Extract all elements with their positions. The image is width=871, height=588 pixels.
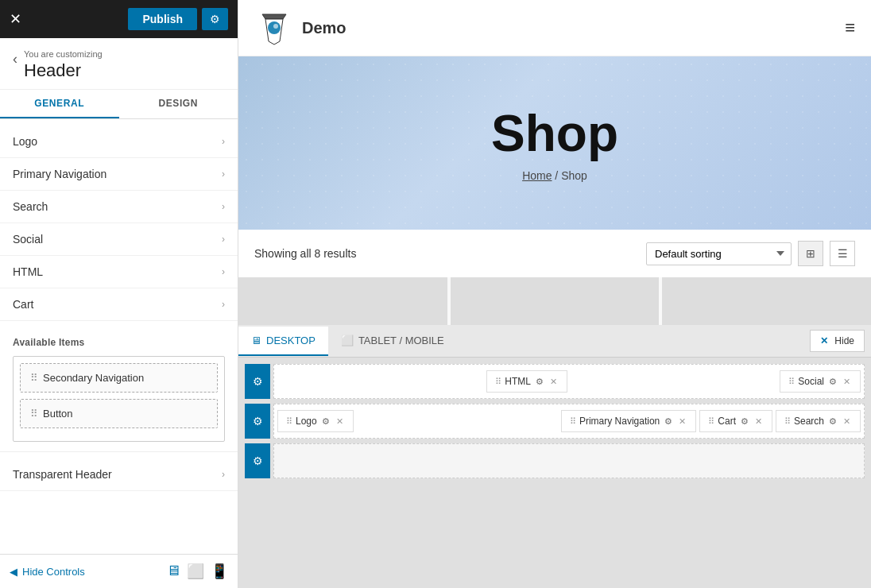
- panel-header: ‹ You are customizing Header: [0, 38, 238, 90]
- chevron-right-icon: ›: [222, 201, 225, 212]
- draggable-button[interactable]: ⠿ Button: [20, 399, 218, 428]
- product-thumb: [662, 277, 871, 325]
- shop-results: Showing all 8 results: [254, 247, 356, 260]
- widget-logo: ⠿ Logo ⚙ ✕: [277, 410, 354, 432]
- shop-controls: Default sorting Sort by popularity Sort …: [646, 241, 855, 266]
- menu-item-search[interactable]: Search ›: [0, 191, 238, 223]
- view-list-button[interactable]: ☰: [830, 241, 855, 266]
- drag-handle-icon: ⠿: [788, 377, 795, 387]
- mobile-icon[interactable]: 📱: [211, 563, 228, 580]
- widget-logo-close-button[interactable]: ✕: [335, 416, 345, 427]
- widget-html-close-button[interactable]: ✕: [548, 377, 559, 387]
- row-settings-3[interactable]: ⚙: [245, 443, 270, 478]
- builder-tab-group: 🖥 DESKTOP ⬜ TABLET / MOBILE: [238, 327, 457, 356]
- widget-primary-nav-close-button[interactable]: ✕: [677, 416, 687, 427]
- top-bar: ✕ Publish ⚙: [0, 0, 238, 38]
- settings-gear-button[interactable]: ⚙: [202, 8, 228, 30]
- drag-handle-icon: ⠿: [570, 416, 576, 427]
- product-thumb: [451, 277, 660, 325]
- desktop-icon[interactable]: 🖥: [166, 563, 180, 580]
- available-items-container: ⠿ Secondary Navigation ⠿ Button: [13, 356, 225, 442]
- back-button[interactable]: ‹: [13, 51, 17, 68]
- builder-rows: ⚙ ⠿ HTML ⚙ ✕ ⠿ Social ⚙ ✕: [238, 358, 871, 485]
- widget-primary-nav-gear-button[interactable]: ⚙: [663, 416, 674, 427]
- chevron-right-icon: ›: [222, 299, 225, 310]
- panel-tabs: GENERAL DESIGN: [0, 90, 238, 119]
- preview-hero: Shop Home / Shop: [238, 56, 871, 230]
- tab-tablet-mobile[interactable]: ⬜ TABLET / MOBILE: [328, 327, 457, 356]
- widget-logo-gear-button[interactable]: ⚙: [320, 416, 331, 427]
- right-panel: Demo ≡ Shop Home / Shop Showing all 8 re…: [238, 0, 871, 588]
- breadcrumb-home-link[interactable]: Home: [522, 169, 552, 182]
- widget-search-close-button[interactable]: ✕: [842, 416, 852, 427]
- tab-desktop[interactable]: 🖥 DESKTOP: [238, 327, 328, 356]
- close-button[interactable]: ✕: [10, 10, 21, 28]
- chevron-right-icon: ›: [222, 136, 225, 147]
- widget-cart-label: Cart: [718, 416, 736, 427]
- preview-site-header: Demo ≡: [238, 0, 871, 56]
- widget-social-close-button[interactable]: ✕: [842, 377, 852, 387]
- device-icons: 🖥 ⬜ 📱: [166, 563, 228, 580]
- site-logo: [254, 8, 294, 48]
- drag-handle-icon: ⠿: [30, 372, 38, 384]
- menu-item-primary-nav[interactable]: Primary Navigation ›: [0, 158, 238, 191]
- menu-item-social[interactable]: Social ›: [0, 223, 238, 256]
- widget-social-label: Social: [798, 376, 824, 387]
- menu-item-transparent-header[interactable]: Transparent Header ›: [0, 458, 238, 491]
- publish-area: Publish ⚙: [128, 8, 228, 30]
- widget-primary-nav: ⠿ Primary Navigation ⚙ ✕: [561, 410, 696, 432]
- drag-handle-icon: ⠿: [708, 416, 714, 427]
- customizing-label: You are customizing: [24, 49, 103, 59]
- product-thumb: [238, 277, 447, 325]
- menu-item-html[interactable]: HTML ›: [0, 256, 238, 288]
- widget-html: ⠿ HTML ⚙ ✕: [486, 370, 567, 393]
- builder-area: 🖥 DESKTOP ⬜ TABLET / MOBILE ✕ Hide ⚙: [238, 325, 871, 588]
- bottom-items: Transparent Header ›: [0, 451, 238, 497]
- widget-social: ⠿ Social ⚙ ✕: [780, 370, 861, 393]
- row-content-3: [273, 443, 865, 478]
- widget-primary-nav-label: Primary Navigation: [579, 416, 660, 427]
- widget-social-gear-button[interactable]: ⚙: [827, 377, 838, 387]
- row-content-1: ⠿ HTML ⚙ ✕ ⠿ Social ⚙ ✕: [273, 364, 865, 399]
- draggable-secondary-nav[interactable]: ⠿ Secondary Navigation: [20, 363, 218, 393]
- panel-header-text: You are customizing Header: [24, 49, 103, 81]
- desktop-tab-label: DESKTOP: [266, 335, 315, 346]
- hide-controls-button[interactable]: ◀ Hide Controls: [10, 566, 85, 578]
- builder-tabs: 🖥 DESKTOP ⬜ TABLET / MOBILE ✕ Hide: [238, 325, 871, 358]
- site-name: Demo: [302, 19, 346, 37]
- tab-general[interactable]: GENERAL: [0, 90, 119, 118]
- secondary-nav-label: Secondary Navigation: [43, 372, 144, 384]
- builder-row-1: ⚙ ⠿ HTML ⚙ ✕ ⠿ Social ⚙ ✕: [245, 364, 865, 399]
- builder-hide-label: Hide: [834, 335, 854, 346]
- row-content-2: ⠿ Logo ⚙ ✕ ⠿ Primary Navigation ⚙ ✕ ⠿: [273, 404, 865, 439]
- row-settings-1[interactable]: ⚙: [245, 364, 270, 399]
- hamburger-icon[interactable]: ≡: [845, 17, 855, 38]
- widget-cart-gear-button[interactable]: ⚙: [739, 416, 750, 427]
- menu-item-cart[interactable]: Cart ›: [0, 288, 238, 321]
- publish-button[interactable]: Publish: [128, 8, 197, 30]
- widget-search-gear-button[interactable]: ⚙: [827, 416, 838, 427]
- drag-handle-icon: ⠿: [495, 377, 501, 387]
- tablet-icon[interactable]: ⬜: [187, 563, 204, 580]
- hero-title: Shop: [254, 104, 855, 163]
- hide-controls-label: Hide Controls: [22, 566, 85, 578]
- builder-row-2: ⚙ ⠿ Logo ⚙ ✕ ⠿ Primary Navigation ⚙ ✕: [245, 404, 865, 439]
- menu-items: Logo › Primary Navigation › Search › Soc…: [0, 119, 238, 327]
- tab-design[interactable]: DESIGN: [119, 90, 238, 118]
- shop-bar: Showing all 8 results Default sorting So…: [238, 230, 871, 277]
- chevron-right-icon: ›: [222, 168, 225, 180]
- row-settings-2[interactable]: ⚙: [245, 404, 270, 439]
- tablet-tab-icon: ⬜: [341, 335, 354, 346]
- menu-item-logo[interactable]: Logo ›: [0, 126, 238, 158]
- hero-breadcrumb: Home / Shop: [254, 169, 855, 182]
- widget-cart: ⠿ Cart ⚙ ✕: [699, 410, 772, 432]
- widget-search: ⠿ Search ⚙ ✕: [776, 410, 861, 432]
- desktop-tab-icon: 🖥: [251, 335, 261, 346]
- widget-html-gear-button[interactable]: ⚙: [534, 377, 545, 387]
- available-items-title: Available Items: [13, 337, 225, 348]
- sort-select[interactable]: Default sorting Sort by popularity Sort …: [646, 242, 792, 265]
- widget-cart-close-button[interactable]: ✕: [753, 416, 764, 427]
- widget-html-label: HTML: [505, 376, 531, 387]
- builder-hide-button[interactable]: ✕ Hide: [810, 330, 865, 352]
- view-grid-button[interactable]: ⊞: [798, 241, 823, 266]
